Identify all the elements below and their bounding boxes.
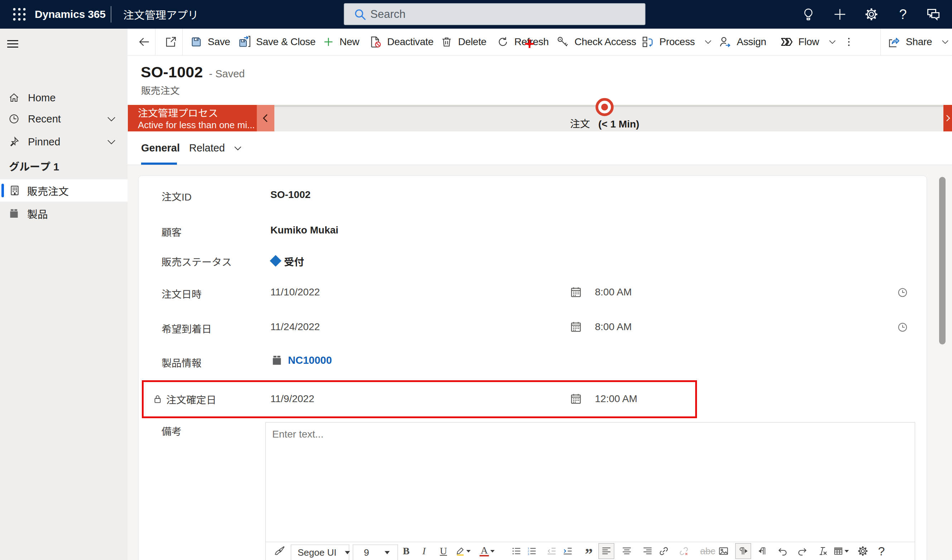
bold-icon[interactable]: B: [398, 543, 414, 559]
field-value-order-date[interactable]: 11/10/2022: [270, 287, 320, 298]
clear-formatting-icon[interactable]: [814, 543, 830, 559]
back-button[interactable]: [133, 29, 155, 55]
assign-button[interactable]: Assign: [719, 29, 766, 55]
sitemap-sidebar: Home Recent Pinned グループ: [0, 29, 128, 560]
product-lookup-link[interactable]: NC10000: [270, 354, 332, 367]
editor-settings-gear-icon[interactable]: [855, 543, 871, 559]
field-value-order-confirm-time[interactable]: 12:00 AM: [595, 393, 637, 404]
sidebar-item-label: 製品: [27, 206, 48, 221]
font-color-icon[interactable]: A: [479, 543, 495, 559]
chevron-down-icon: [233, 143, 243, 153]
strikethrough-icon[interactable]: abc: [700, 543, 716, 559]
lightbulb-icon[interactable]: [796, 0, 821, 29]
help-icon[interactable]: ?: [890, 0, 916, 29]
field-value-order-id[interactable]: SO-1002: [270, 189, 311, 201]
share-icon: [887, 35, 900, 48]
insert-image-icon[interactable]: [716, 543, 731, 559]
save-button[interactable]: Save: [190, 29, 230, 55]
font-size-select[interactable]: 9: [353, 545, 398, 560]
feedback-chat-icon[interactable]: [921, 0, 946, 29]
flow-button[interactable]: Flow: [780, 29, 837, 55]
calendar-icon[interactable]: [569, 321, 583, 333]
process-button[interactable]: Process: [641, 29, 713, 55]
plus-icon[interactable]: [827, 0, 853, 29]
sidebar-item-home[interactable]: Home: [0, 87, 128, 108]
insert-link-icon[interactable]: [656, 543, 672, 559]
underline-icon[interactable]: U: [436, 543, 451, 559]
bpf-next-stage-chevron[interactable]: [943, 105, 952, 131]
deactivate-icon: [369, 35, 382, 48]
building-icon: [9, 184, 21, 197]
save-and-close-button[interactable]: Save & Close: [238, 29, 315, 55]
format-painter-icon[interactable]: [272, 543, 287, 559]
field-value-requested-delivery-time[interactable]: 8:00 AM: [595, 321, 632, 333]
delete-button[interactable]: Delete: [440, 29, 486, 55]
align-right-icon[interactable]: [640, 543, 655, 559]
italic-icon[interactable]: I: [416, 543, 432, 559]
notes-rich-text-editor[interactable]: Enter text... Segoe UI 9 B I U: [266, 422, 915, 560]
hamburger-menu-icon[interactable]: [7, 37, 22, 50]
new-button[interactable]: New: [323, 29, 359, 55]
clock-icon[interactable]: [897, 321, 908, 333]
waffle-menu-icon[interactable]: [9, 4, 29, 24]
chevron-right-icon: [943, 114, 952, 123]
numbered-list-icon[interactable]: 123: [524, 543, 540, 559]
deactivate-button[interactable]: Deactivate: [369, 29, 433, 55]
chevron-down-icon[interactable]: [106, 114, 117, 124]
field-value-customer[interactable]: Kumiko Mukai: [270, 225, 338, 236]
brand-title[interactable]: Dynamics 365: [35, 0, 106, 29]
bpf-process-stage-box[interactable]: 注文管理プロセス Active for less than one mi...: [128, 105, 257, 131]
field-value-order-confirm-date[interactable]: 11/9/2022: [270, 393, 314, 404]
trash-icon: [440, 36, 453, 48]
editor-toolbar: Segoe UI 9 B I U A: [266, 542, 915, 560]
remove-link-icon[interactable]: [676, 543, 692, 559]
sidebar-item-product[interactable]: 製品: [0, 202, 128, 225]
active-tab-underline: [141, 162, 177, 165]
font-name-select[interactable]: Segoe UI: [291, 545, 349, 560]
field-value-requested-delivery-date[interactable]: 11/24/2022: [270, 321, 320, 333]
sidebar-item-pinned[interactable]: Pinned: [0, 131, 128, 153]
align-center-icon[interactable]: [619, 543, 635, 559]
bpf-active-duration: Active for less than one mi...: [138, 119, 257, 131]
clock-icon[interactable]: [897, 287, 908, 298]
calendar-icon[interactable]: [569, 286, 583, 299]
insert-table-icon[interactable]: [833, 543, 849, 559]
chevron-down-icon[interactable]: [106, 136, 117, 147]
product-link-text[interactable]: NC10000: [288, 355, 332, 366]
sidebar-item-sales-order[interactable]: 販売注文: [0, 179, 128, 202]
tab-general[interactable]: General: [141, 131, 180, 165]
field-label-sales-status: 販売ステータス: [162, 254, 232, 268]
bpf-stage-marker[interactable]: 注文 (< 1 Min): [576, 98, 633, 130]
calendar-icon[interactable]: [569, 392, 583, 405]
popout-button[interactable]: [160, 29, 182, 55]
check-access-button[interactable]: Check Access: [556, 29, 636, 55]
search-input[interactable]: [370, 8, 621, 21]
field-value-sales-status[interactable]: 受付: [284, 254, 304, 268]
field-value-order-time[interactable]: 8:00 AM: [595, 287, 632, 298]
product-box-icon: [270, 354, 283, 367]
settings-gear-icon[interactable]: [859, 0, 884, 29]
editor-help-icon[interactable]: ?: [873, 543, 889, 559]
undo-icon[interactable]: [775, 543, 790, 559]
vertical-scrollbar-thumb[interactable]: [939, 177, 946, 344]
text-highlight-icon[interactable]: [455, 543, 471, 559]
more-commands-button[interactable]: [841, 29, 857, 55]
refresh-button[interactable]: Refresh: [497, 29, 549, 55]
increase-indent-icon[interactable]: [560, 543, 576, 559]
redo-icon[interactable]: [794, 543, 810, 559]
bullet-list-icon[interactable]: [508, 543, 524, 559]
blockquote-icon[interactable]: ”: [581, 543, 597, 559]
paragraph-ltr-icon[interactable]: [735, 543, 751, 559]
align-left-icon[interactable]: [598, 543, 614, 559]
bpf-collapse-chevron[interactable]: [257, 105, 274, 131]
sidebar-item-label: Pinned: [28, 136, 60, 148]
app-title[interactable]: 注文管理アプリ: [123, 0, 198, 29]
global-search-box[interactable]: [344, 3, 645, 25]
decrease-indent-icon[interactable]: [544, 543, 559, 559]
business-process-flow-bar: 注文管理プロセス Active for less than one mi... …: [128, 105, 952, 131]
paragraph-rtl-icon[interactable]: [755, 543, 771, 559]
notes-placeholder: Enter text...: [272, 429, 323, 440]
share-button[interactable]: Share: [887, 29, 950, 55]
tab-related[interactable]: Related: [189, 131, 243, 165]
sidebar-item-recent[interactable]: Recent: [0, 108, 128, 130]
